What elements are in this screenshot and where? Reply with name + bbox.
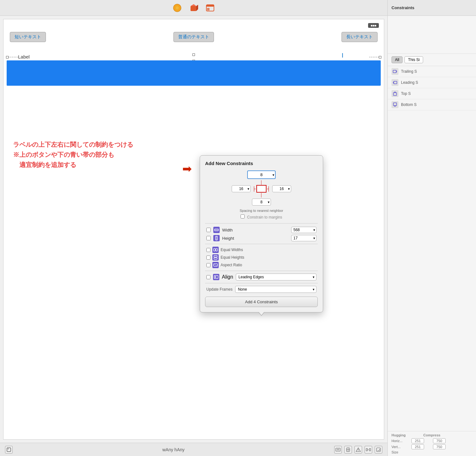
- bottom-left-icon[interactable]: [5, 446, 13, 453]
- width-icon: [213, 227, 220, 233]
- h-label: Horiz...: [391, 439, 409, 443]
- v-hug-val[interactable]: 251: [411, 444, 424, 449]
- segment-buttons-row: 短いテキスト 普通のテキスト 長いテキスト: [10, 32, 378, 42]
- size-label: Size: [391, 450, 398, 454]
- width-select-wrap[interactable]: 568: [291, 227, 316, 233]
- issues-icon[interactable]: [354, 446, 362, 453]
- popup-title: Add New Constraints: [205, 161, 318, 166]
- guide-line-right: [369, 57, 379, 57]
- top-label: Top S: [401, 91, 411, 96]
- width-checkbox[interactable]: [206, 228, 211, 232]
- hugging-horizontal-row: Horiz... 251 750: [391, 438, 472, 443]
- width-select[interactable]: 568: [291, 227, 316, 233]
- aspect-ratio-icon: [212, 262, 219, 268]
- v-label: Vert...: [391, 445, 409, 449]
- add-constraints-popup: Add New Constraints 8 │: [200, 155, 323, 312]
- cube-red-icon[interactable]: [189, 3, 199, 13]
- i-beam-cursor: I: [341, 52, 343, 59]
- trailing-constraint-icon: [391, 68, 398, 75]
- hugging-vertical-row: Vert... 251 750: [391, 444, 472, 449]
- segment-medium[interactable]: 普通のテキスト: [173, 32, 214, 42]
- center-box: [256, 185, 266, 193]
- pin-icon[interactable]: [344, 446, 352, 453]
- label-element[interactable]: Label: [18, 54, 30, 59]
- align-left-icon[interactable]: [334, 446, 342, 453]
- equal-widths-checkbox[interactable]: [206, 248, 210, 252]
- bottom-spacing-input[interactable]: [252, 199, 271, 206]
- compress-title: Compress: [423, 433, 441, 437]
- height-checkbox[interactable]: [206, 236, 211, 240]
- update-frames-row: Update Frames None: [205, 283, 318, 295]
- resize-icon[interactable]: [375, 446, 382, 453]
- svg-point-1: [176, 6, 179, 9]
- spacing-cross: 8 │ ├ ┤: [205, 170, 318, 206]
- height-icon: [213, 235, 220, 241]
- browser-red-icon[interactable]: [205, 3, 215, 13]
- svg-rect-44: [393, 103, 397, 106]
- update-frames-wrap[interactable]: None: [235, 286, 316, 293]
- annotation-text: ラベルの上下左右に関しての制約をつける ※上のボタンや下の青い帯の部分も 適宜制…: [13, 139, 133, 170]
- v-comp-val[interactable]: 750: [433, 444, 446, 449]
- dimensions-section: Width 568 He: [205, 223, 318, 241]
- right-spacing-input[interactable]: [272, 185, 291, 192]
- update-frames-label: Update Frames: [206, 287, 233, 292]
- blue-band: [7, 60, 381, 86]
- svg-rect-34: [377, 448, 380, 452]
- segment-long[interactable]: 長いテキスト: [341, 32, 378, 42]
- filter-this-btn[interactable]: This Si: [404, 56, 423, 63]
- top-constraint[interactable]: Top S: [388, 88, 476, 99]
- height-select-wrap[interactable]: 17: [291, 235, 316, 241]
- segment-short[interactable]: 短いテキスト: [10, 32, 46, 42]
- height-row: Height 17: [205, 235, 318, 241]
- align-select-wrap[interactable]: Leading Edges: [236, 274, 316, 280]
- h-comp-val[interactable]: 750: [433, 438, 446, 443]
- align-icon: [213, 274, 219, 280]
- leading-label: Leading S: [401, 80, 418, 85]
- equal-widths-row: Equal Widths: [205, 247, 318, 253]
- equal-heights-checkbox[interactable]: [206, 256, 210, 260]
- svg-marker-3: [191, 4, 196, 6]
- bottom-bar: wAny hAny: [0, 443, 387, 456]
- svg-rect-7: [207, 8, 210, 10]
- equal-heights-icon: [212, 254, 219, 261]
- h-hug-val[interactable]: 251: [411, 438, 424, 443]
- size-class-label: wAny hAny: [162, 447, 185, 452]
- top-spacing-input[interactable]: 8: [247, 170, 276, 179]
- right-input-wrap[interactable]: [272, 185, 291, 192]
- svg-rect-31: [366, 448, 367, 451]
- left-spacing-input[interactable]: [232, 185, 251, 192]
- device-status-bar: ■■■: [368, 23, 379, 28]
- height-select[interactable]: 17: [291, 235, 316, 241]
- aspect-ratio-checkbox[interactable]: [206, 263, 210, 267]
- annotation-line1: ラベルの上下左右に関しての制約をつける: [13, 139, 133, 150]
- panel-filter: All This Si: [388, 54, 476, 66]
- top-input-wrap[interactable]: 8: [247, 170, 276, 179]
- leading-constraint[interactable]: Leading S: [388, 77, 476, 88]
- constrain-margins-label: Constrain to margins: [247, 215, 282, 219]
- vertical-bar-top: │: [260, 180, 263, 185]
- trailing-constraint[interactable]: Trailing S: [388, 66, 476, 77]
- bottom-constraint[interactable]: Bottom S: [388, 99, 476, 110]
- circle-yellow-icon[interactable]: [172, 3, 182, 13]
- add-constraints-button[interactable]: Add 4 Constraints: [205, 297, 318, 307]
- spacing-top-row: 8: [247, 170, 276, 179]
- h-arrow-left: ├: [253, 186, 256, 191]
- svg-rect-19: [215, 276, 216, 278]
- spacing-middle-row: ├ ┤: [232, 185, 291, 193]
- filter-all-btn[interactable]: All: [391, 56, 403, 63]
- main-canvas-area: ■■■ 短いテキスト 普通のテキスト 長いテキスト Label I: [0, 0, 387, 456]
- svg-rect-2: [191, 6, 196, 11]
- hugging-title: Hugging: [391, 433, 406, 437]
- constraints-list: Trailing S Leading S Top S: [388, 66, 476, 431]
- annotation-line2: ※上のボタンや下の青い帯の部分も: [13, 150, 133, 160]
- left-input-wrap[interactable]: [232, 185, 251, 192]
- bottom-input-wrap[interactable]: [252, 199, 271, 206]
- distribute-icon[interactable]: [365, 446, 372, 453]
- align-select[interactable]: Leading Edges: [236, 274, 316, 280]
- svg-rect-12: [214, 249, 215, 251]
- popup-arrow: [258, 312, 265, 316]
- align-checkbox[interactable]: [206, 275, 210, 279]
- guide-line-left: [9, 57, 18, 57]
- constrain-margins-checkbox[interactable]: [241, 214, 245, 219]
- update-frames-select[interactable]: None: [235, 286, 316, 293]
